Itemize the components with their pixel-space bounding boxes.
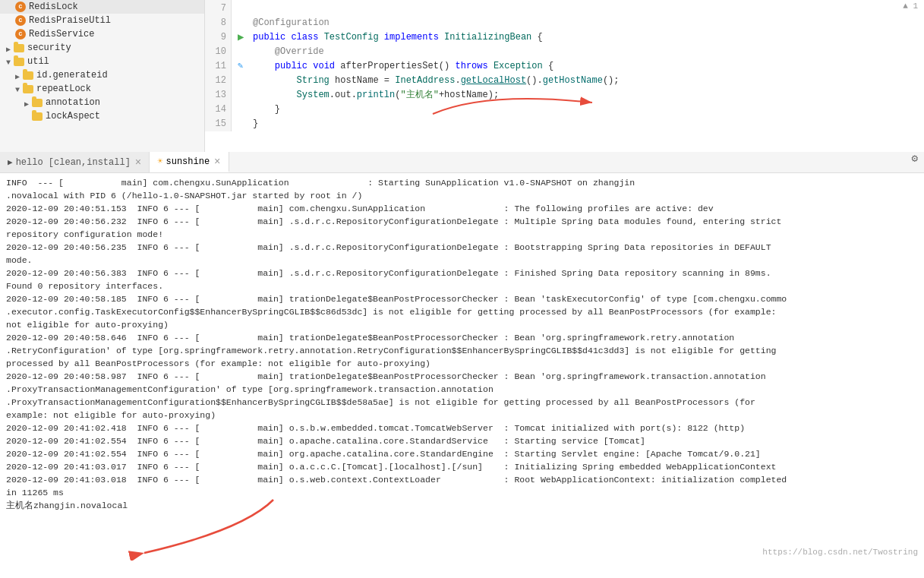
folder-icon <box>32 99 43 107</box>
log-line: .novalocal with PID 6 (/hello-1.0-SNAPSH… <box>6 189 918 202</box>
arrow-icon: ▶ <box>15 72 21 78</box>
arrow-icon: ▼ <box>15 86 21 92</box>
code-line-15: } <box>238 117 918 131</box>
log-line: 2020-12-09 20:41:02.554 INFO 6 --- [ mai… <box>6 447 918 460</box>
tab-icon-sun: ☀ <box>157 156 162 167</box>
settings-button[interactable]: ⚙ <box>906 152 924 172</box>
tree-item-idgenerateid[interactable]: ▶ id.generateid <box>0 68 204 82</box>
tree-item-label: RedisLock <box>29 2 78 12</box>
tree-item-label: annotation <box>46 97 100 108</box>
tree-item-redisservice[interactable]: c RedisService <box>0 27 204 41</box>
log-line: processed by all BeanPostProcessors (for… <box>6 357 918 370</box>
tree-item-redispraiseutil[interactable]: c RedisPraiseUtil <box>0 14 204 27</box>
class-icon: c <box>15 15 26 26</box>
tree-item-label: security <box>27 43 71 53</box>
code-line-10: @Override <box>238 45 918 59</box>
tab-bar: ▶ hello [clean,install] × ☀ sunshine × ⚙ <box>0 152 924 173</box>
log-line: .ProxyTransactionManagementConfiguration… <box>6 383 918 396</box>
tree-item-label: repeatLock <box>36 84 91 94</box>
log-line: 2020-12-09 20:40:58.987 INFO 6 --- [ mai… <box>6 370 918 383</box>
code-line-12: String hostName = InetAddress.getLocalHo… <box>238 74 918 88</box>
class-icon: c <box>15 2 26 12</box>
tree-item-security[interactable]: ▶ security <box>0 41 204 55</box>
log-line: .RetryConfiguration' of type [org.spring… <box>6 344 918 357</box>
tree-item-label: lockAspect <box>46 111 100 122</box>
log-line: in 11265 ms <box>6 486 918 499</box>
log-line: 2020-12-09 20:41:03.018 INFO 6 --- [ mai… <box>6 473 918 486</box>
host-output-line: 主机名zhangjin.novalocal <box>6 499 918 512</box>
tab-label: hello [clean,install] <box>16 157 131 168</box>
code-line-14: } <box>238 103 918 117</box>
code-editor: ▲ 1 7 8 9 10 11 12 13 14 15 @Configurati… <box>205 0 924 152</box>
log-line: 2020-12-09 20:40:56.232 INFO 6 --- [ mai… <box>6 215 918 228</box>
folder-icon <box>32 112 43 121</box>
log-line: example: not eligible for auto-proxying) <box>6 409 918 422</box>
tab-sunshine[interactable]: ☀ sunshine × <box>150 152 229 172</box>
arrow-icon: ▶ <box>6 45 12 51</box>
tab-hello[interactable]: ▶ hello [clean,install] × <box>0 152 150 172</box>
file-tree: c RedisLock c RedisPraiseUtil c RedisSer… <box>0 0 205 152</box>
log-line: repository configuration mode! <box>6 228 918 241</box>
log-line: mode. <box>6 254 918 267</box>
log-line: 2020-12-09 20:41:02.554 INFO 6 --- [ mai… <box>6 434 918 447</box>
tree-item-label: RedisService <box>29 29 94 39</box>
log-line: not eligible for auto-proxying) <box>6 318 918 331</box>
log-line: 2020-12-09 20:41:03.017 INFO 6 --- [ mai… <box>6 460 918 473</box>
tab-close-hello[interactable]: × <box>135 156 141 169</box>
arrow-icon: ▼ <box>6 58 12 65</box>
tree-item-repeaklock[interactable]: ▼ repeatLock <box>0 82 204 96</box>
tree-item-label: id.generateid <box>36 70 108 81</box>
code-line-7 <box>238 2 918 16</box>
code-line-8: @Configuration <box>238 16 918 30</box>
folder-icon <box>14 58 24 66</box>
log-line: 2020-12-09 20:40:51.153 INFO 6 --- [ mai… <box>6 202 918 215</box>
log-line: 2020-12-09 20:40:56.235 INFO 6 --- [ mai… <box>6 241 918 254</box>
folder-icon <box>23 85 33 93</box>
code-line-11: ✎ public void afterPropertiesSet() throw… <box>238 59 918 74</box>
code-content[interactable]: @Configuration ▶ public class TestConfig… <box>232 0 924 152</box>
code-line-9: ▶ public class TestConfig implements Ini… <box>238 30 918 45</box>
tab-icon-terminal: ▶ <box>8 157 13 167</box>
log-line: .ProxyTransactionManagementConfiguration… <box>6 396 918 409</box>
tab-close-sunshine[interactable]: × <box>214 156 220 168</box>
log-line: Found 0 repository interfaces. <box>6 280 918 292</box>
log-line: 2020-12-09 20:40:58.185 INFO 6 --- [ mai… <box>6 292 918 305</box>
tree-item-redislock[interactable]: c RedisLock <box>0 0 204 14</box>
watermark: https://blog.csdn.net/Twostring <box>762 548 918 557</box>
log-line: 2020-12-09 20:41:02.418 INFO 6 --- [ mai… <box>6 422 918 434</box>
line-numbers: 7 8 9 10 11 12 13 14 15 <box>205 0 232 131</box>
tab-label: sunshine <box>166 156 210 167</box>
log-line: .executor.config.TaskExecutorConfig$$Enh… <box>6 305 918 318</box>
tree-item-lockaspect[interactable]: ▶ lockAspect <box>0 109 204 123</box>
arrow-icon: ▶ <box>24 99 30 106</box>
class-icon: c <box>15 29 26 39</box>
tree-item-annotation[interactable]: ▶ annotation <box>0 96 204 109</box>
console-output[interactable]: INFO --- [ main] com.chengxu.SunApplicat… <box>0 173 924 578</box>
log-line: INFO --- [ main] com.chengxu.SunApplicat… <box>6 176 918 189</box>
log-line: 2020-12-09 20:40:58.646 INFO 6 --- [ mai… <box>6 331 918 344</box>
code-line-13: System.out.println("主机名"+hostName); <box>238 88 918 103</box>
tree-item-util[interactable]: ▼ util <box>0 55 204 68</box>
tree-item-label: util <box>27 56 49 67</box>
folder-icon <box>23 71 33 80</box>
log-line: 2020-12-09 20:40:56.383 INFO 6 --- [ mai… <box>6 267 918 280</box>
tree-item-label: RedisPraiseUtil <box>29 15 111 26</box>
folder-icon <box>14 44 24 52</box>
